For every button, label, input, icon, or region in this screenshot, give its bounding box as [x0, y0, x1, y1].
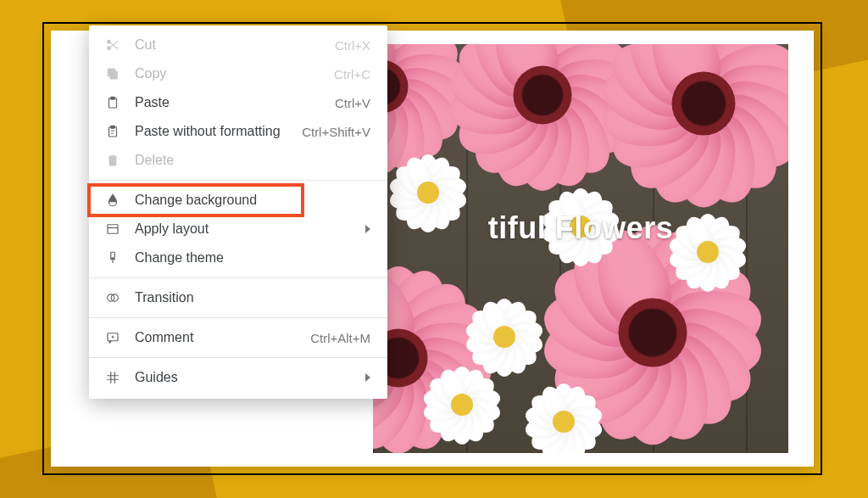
menu-item-label: Paste — [135, 95, 321, 110]
transition-icon — [104, 289, 121, 306]
menu-item-paste-nf[interactable]: Paste without formattingCtrl+Shift+V — [89, 117, 387, 146]
svg-point-1 — [108, 47, 111, 50]
menu-item-shortcut: Ctrl+Alt+M — [310, 331, 370, 345]
drop-icon — [104, 192, 121, 209]
menu-item-label: Copy — [135, 66, 320, 81]
menu-item-shortcut: Ctrl+C — [334, 67, 370, 81]
menu-item-cut: CutCtrl+X — [89, 31, 387, 59]
svg-rect-7 — [111, 126, 115, 128]
menu-item-label: Change theme — [135, 250, 370, 266]
menu-item-label: Change background — [135, 193, 370, 208]
chevron-right-icon — [365, 225, 370, 233]
menu-item-copy: CopyCtrl+C — [89, 59, 387, 88]
context-menu: CutCtrl+XCopyCtrl+CPasteCtrl+VPaste with… — [89, 25, 387, 399]
menu-item-label: Transition — [135, 290, 370, 305]
svg-point-0 — [108, 40, 111, 43]
menu-separator — [89, 277, 387, 278]
menu-item-label: Paste without formatting — [135, 124, 288, 139]
copy-icon — [104, 65, 121, 82]
slide-title: tiful Flowers — [373, 210, 788, 246]
svg-rect-8 — [109, 157, 116, 165]
flower-white — [424, 367, 500, 443]
menu-item-guides[interactable]: Guides — [89, 363, 387, 392]
svg-rect-9 — [108, 225, 118, 234]
menu-item-label: Comment — [135, 330, 297, 345]
menu-item-theme[interactable]: Change theme — [89, 243, 387, 272]
presentation-card: tiful Flowers CutCtrl+XCopyCtrl+CPasteCt… — [51, 31, 814, 467]
menu-item-label: Apply layout — [135, 221, 352, 237]
menu-item-label: Guides — [135, 370, 352, 385]
menu-item-delete: Delete — [89, 146, 387, 175]
menu-separator — [89, 180, 387, 181]
flower-white — [526, 383, 602, 453]
menu-item-shortcut: Ctrl+Shift+V — [302, 125, 370, 139]
svg-rect-3 — [108, 69, 114, 76]
guides-icon — [104, 369, 121, 386]
slide-image: tiful Flowers — [373, 44, 788, 453]
menu-item-comment[interactable]: CommentCtrl+Alt+M — [89, 323, 387, 352]
scissors-icon — [104, 36, 121, 53]
menu-separator — [89, 317, 387, 318]
flower-pink — [609, 44, 789, 199]
svg-rect-10 — [111, 252, 115, 258]
menu-item-label: Cut — [135, 37, 321, 53]
brush-icon — [104, 249, 121, 266]
menu-separator — [89, 357, 387, 358]
menu-item-shortcut: Ctrl+V — [335, 96, 370, 110]
trash-icon — [104, 152, 121, 169]
menu-item-shortcut: Ctrl+X — [335, 38, 370, 53]
menu-item-paste[interactable]: PasteCtrl+V — [89, 88, 387, 117]
clipboard-plain-icon — [104, 123, 121, 140]
flower-white — [466, 299, 542, 375]
clipboard-icon — [104, 94, 121, 111]
menu-item-change-bg[interactable]: Change background — [89, 186, 387, 215]
menu-item-transition[interactable]: Transition — [89, 283, 387, 312]
chevron-right-icon — [365, 373, 370, 382]
menu-item-layout[interactable]: Apply layout — [89, 215, 387, 243]
comment-icon — [104, 329, 121, 346]
svg-rect-5 — [111, 97, 115, 99]
menu-item-label: Delete — [135, 153, 370, 168]
layout-icon — [104, 221, 121, 238]
